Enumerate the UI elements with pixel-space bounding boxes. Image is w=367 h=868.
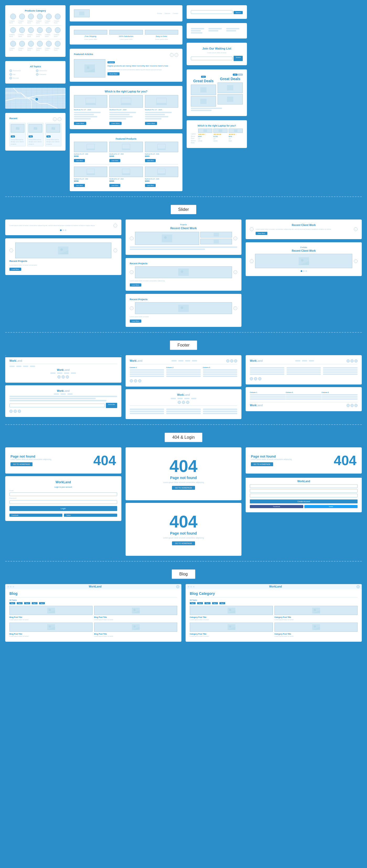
ig-icon bbox=[18, 410, 21, 413]
svg-rect-27 bbox=[79, 11, 84, 16]
tag-1[interactable]: Tag 1 bbox=[9, 602, 15, 604]
error-code-center: 404 bbox=[131, 458, 236, 474]
slider-next[interactable]: › bbox=[114, 249, 117, 252]
slider-next[interactable]: › bbox=[114, 224, 117, 227]
cat-item: Category Name bbox=[45, 41, 52, 51]
svg-rect-72 bbox=[214, 240, 219, 243]
twitter-btn[interactable]: Twitter bbox=[64, 514, 117, 517]
footer-cols-card-2: WorkLand bbox=[125, 389, 242, 419]
slider-prev[interactable]: ‹ bbox=[250, 227, 253, 231]
blog-category-card: WorkLand Blog Category All Topics Tag 1 … bbox=[186, 584, 362, 642]
product-img bbox=[145, 142, 178, 152]
learn-more-btn[interactable]: Learn More bbox=[145, 122, 157, 125]
go-home-btn-center[interactable]: GO TO HOMEPAGE bbox=[172, 486, 195, 490]
error-card-1: Page not found Lorem ipsum dolor sit ame… bbox=[5, 447, 121, 473]
prev-arrow[interactable]: ‹ bbox=[53, 117, 57, 121]
newsletter-input[interactable] bbox=[9, 404, 105, 407]
go-home-btn-1[interactable]: GO TO HOMEPAGE bbox=[10, 462, 32, 466]
blog-cards: WorkLand Blog All Topics Tag 1 Tag 2 Tag… bbox=[5, 584, 362, 642]
slider-prev[interactable]: ‹ bbox=[9, 249, 13, 252]
slider-prev[interactable]: ‹ bbox=[250, 259, 253, 263]
facebook-btn-r[interactable]: Facebook bbox=[250, 505, 303, 508]
login-card: WorkLand Login to your account Email Pas… bbox=[5, 476, 121, 521]
login-password[interactable] bbox=[9, 500, 117, 504]
next-arrow[interactable]: › bbox=[58, 117, 61, 121]
login-email-r[interactable] bbox=[250, 484, 358, 488]
recent-item: Tag Using Wirecard to design your claims… bbox=[45, 123, 61, 147]
learn-more-btn[interactable]: Learn More bbox=[109, 159, 120, 162]
next-arrow[interactable]: › bbox=[175, 53, 178, 57]
slider-next[interactable]: › bbox=[354, 227, 358, 231]
blog-section-label: Blog bbox=[5, 569, 362, 579]
search-btn[interactable]: Search bbox=[233, 11, 243, 14]
slider-next[interactable]: › bbox=[354, 259, 358, 263]
login-pass-r[interactable] bbox=[250, 489, 358, 493]
search-input[interactable] bbox=[191, 10, 232, 14]
svg-point-86 bbox=[134, 625, 136, 627]
tag-4[interactable]: Tag 4 bbox=[32, 602, 37, 604]
ig-icon bbox=[138, 379, 141, 382]
subscribe-btn[interactable]: Subscribe bbox=[106, 403, 117, 408]
topic-item: Electronics bbox=[36, 69, 61, 72]
learn-more-btn[interactable]: Learn More bbox=[74, 122, 86, 125]
error-label: 404 & Login bbox=[165, 433, 202, 442]
cat-item: Category Name bbox=[18, 13, 26, 24]
submit-btn[interactable]: Submit bbox=[233, 56, 243, 61]
recent-title: Recent bbox=[9, 117, 17, 120]
svg-rect-64 bbox=[203, 129, 207, 132]
view-more-btn[interactable]: View More bbox=[256, 232, 267, 235]
tag-2[interactable]: Tag 2 bbox=[197, 602, 203, 604]
login-confirm-r[interactable] bbox=[250, 494, 358, 497]
recent-projects-card-3: Recent Projects ‹ › Lorem ipsum dolor si… bbox=[125, 294, 242, 327]
learn-more-btn[interactable]: Learn More bbox=[145, 184, 156, 187]
slider-next[interactable]: › bbox=[233, 237, 237, 240]
footer-social-2 bbox=[226, 359, 237, 363]
load-more-btn-3[interactable]: Load More bbox=[130, 319, 142, 323]
read-more-btn[interactable]: Read More bbox=[108, 72, 119, 75]
svg-rect-30 bbox=[160, 31, 164, 34]
ig-icon bbox=[186, 401, 189, 404]
slider-prev[interactable]: ‹ bbox=[130, 306, 134, 310]
cat-item: Category Name bbox=[36, 27, 44, 37]
error-card-right-1: Page not found Lorem ipsum dolor sit ame… bbox=[246, 447, 362, 473]
login-email[interactable] bbox=[9, 492, 117, 496]
go-home-btn-center-2[interactable]: GO TO HOMEPAGE bbox=[172, 541, 195, 545]
slider-text: Lorem ipsum dolor sit amet, consectetur … bbox=[9, 224, 111, 226]
login-btn[interactable]: Login bbox=[9, 506, 117, 511]
learn-more-btn[interactable]: Learn More bbox=[109, 122, 122, 125]
prev-arrow[interactable]: ‹ bbox=[170, 53, 173, 57]
create-account-btn[interactable]: Create Account bbox=[250, 499, 358, 503]
email-input[interactable] bbox=[191, 57, 232, 60]
svg-rect-62 bbox=[227, 85, 233, 90]
slider-next[interactable]: › bbox=[233, 306, 237, 310]
tag-3[interactable]: Tag 3 bbox=[24, 602, 30, 604]
pagination bbox=[250, 270, 358, 272]
svg-rect-75 bbox=[178, 305, 189, 312]
go-home-btn-r1[interactable]: GO TO HOMEPAGE bbox=[251, 462, 273, 466]
cat-item: Category Name bbox=[45, 27, 52, 37]
slider-prev[interactable]: ‹ bbox=[130, 237, 134, 240]
load-more-btn[interactable]: Load More bbox=[9, 268, 21, 271]
learn-more-btn[interactable]: Learn More bbox=[145, 159, 156, 162]
tag-2[interactable]: Tag 2 bbox=[17, 602, 23, 604]
learn-more-btn[interactable]: Learn More bbox=[74, 184, 85, 187]
search-card: Search bbox=[187, 5, 247, 19]
tag-5[interactable]: Tag 5 bbox=[219, 602, 225, 604]
facebook-btn[interactable]: Facebook bbox=[9, 514, 62, 517]
twitter-btn-r[interactable]: Twitter bbox=[304, 505, 358, 508]
slider-prev[interactable]: ‹ bbox=[130, 270, 134, 274]
badge: Tag bbox=[47, 135, 51, 137]
featured-article: Featured Digital products are being titl… bbox=[74, 59, 178, 78]
tag-4[interactable]: Tag 4 bbox=[212, 602, 218, 604]
new-badge: New bbox=[238, 73, 243, 76]
learn-more-btn[interactable]: Learn More bbox=[74, 159, 85, 162]
product-item: MacBook Pro 14" - 2020 $999 Learn More bbox=[109, 166, 143, 187]
category-grid-3: Category Name Category Name Category Nam… bbox=[9, 41, 61, 51]
tag-1[interactable]: Tag 1 bbox=[190, 602, 196, 604]
slider-next[interactable]: › bbox=[233, 270, 237, 274]
learn-more-btn[interactable]: Learn More bbox=[109, 184, 120, 187]
tag-3[interactable]: Tag 3 bbox=[204, 602, 210, 604]
footer-cols-r1 bbox=[250, 366, 358, 376]
load-more-btn-2[interactable]: Load More bbox=[130, 283, 142, 286]
tag-5[interactable]: Tag 5 bbox=[39, 602, 45, 604]
